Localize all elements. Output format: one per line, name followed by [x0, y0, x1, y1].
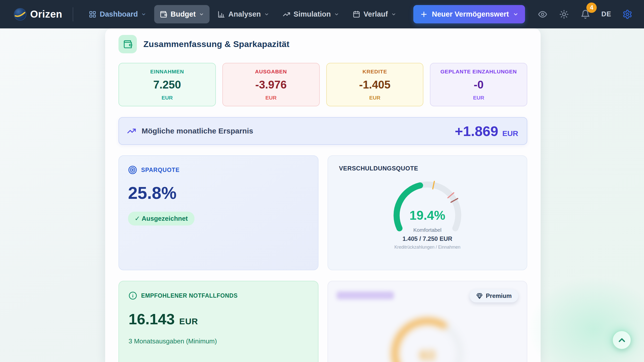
savings-banner-currency: EUR — [502, 129, 518, 138]
nav-label: Budget — [171, 10, 196, 18]
page-title: Zusammenfassung & Sparkapazität — [143, 39, 290, 49]
privacy-eye-button[interactable] — [537, 9, 548, 20]
wallet-icon-badge — [118, 35, 137, 53]
stat-value: -3.976 — [223, 78, 319, 91]
layout-grid-icon — [89, 11, 96, 18]
nav-item-budget[interactable]: Budget — [154, 5, 210, 23]
content-panel: Zusammenfassung & Sparkapazität EINNAHME… — [105, 28, 541, 362]
nav-item-simulation[interactable]: Simulation — [277, 5, 345, 23]
chevron-up-icon — [617, 335, 627, 345]
calendar-icon — [353, 11, 360, 18]
blurred-premium-gauge: 63 EUR — [337, 310, 518, 362]
stat-label: AUSGABEN — [223, 69, 319, 75]
stat-card-ausgaben: AUSGABEN -3.976 EUR — [222, 63, 320, 106]
nav-label: Verlauf — [364, 10, 388, 18]
nav-label: Simulation — [294, 10, 331, 18]
stat-currency: EUR — [327, 95, 423, 101]
row-bottom: EMPFOHLENER NOTFALLFONDS 16.143 EUR 3 Mo… — [118, 281, 527, 362]
trending-up-icon — [283, 11, 290, 18]
chevron-down-icon — [141, 12, 146, 17]
stat-value: 7.250 — [119, 78, 215, 91]
top-navbar: Orizen Dashboard — [0, 0, 644, 28]
scroll-to-top-button[interactable] — [612, 331, 631, 349]
brand-name: Orizen — [30, 9, 62, 20]
sun-icon — [559, 10, 569, 19]
row-quotes: SPARQUOTE 25.8% ✓ Ausgezeichnet VERSCHUL… — [118, 155, 527, 270]
brand[interactable]: Orizen — [14, 8, 62, 21]
blurred-card-title — [337, 291, 394, 299]
debt-gauge-caption: Kreditrückzahlungen / Einnahmen — [394, 245, 460, 250]
new-asset-button[interactable]: Neuer Vermögenswert — [413, 5, 525, 23]
notification-count-badge: 4 — [586, 3, 597, 13]
savings-banner-label: Mögliche monatliche Ersparnis — [142, 127, 253, 135]
chevron-down-icon — [391, 12, 396, 17]
nav-label: Analysen — [228, 10, 261, 18]
info-icon — [129, 291, 137, 300]
stat-currency: EUR — [119, 95, 215, 101]
wallet-icon — [160, 11, 167, 18]
debt-gauge-value: 19.4% — [409, 208, 445, 222]
section-header: Zusammenfassung & Sparkapazität — [118, 35, 527, 53]
stats-row: EINNAHMEN 7.250 EUR AUSGABEN -3.976 EUR … — [118, 63, 527, 106]
plus-icon — [420, 10, 428, 18]
chevron-down-icon — [264, 12, 269, 17]
verschuldungsquote-title: VERSCHULDUNGSQUOTE — [339, 165, 516, 172]
premium-locked-card: Premium 63 EUR — [328, 281, 528, 362]
notifications-button[interactable]: 4 — [580, 9, 591, 20]
chevron-down-icon — [334, 12, 339, 17]
savings-banner: Mögliche monatliche Ersparnis +1.869 EUR — [118, 117, 527, 145]
notfallfonds-title: EMPFOHLENER NOTFALLFONDS — [141, 292, 238, 299]
chevron-down-icon — [513, 12, 518, 17]
divider — [73, 7, 73, 21]
sparquote-label: SPARQUOTE — [141, 167, 180, 173]
orizen-logo-icon — [14, 8, 27, 21]
premium-badge[interactable]: Premium — [470, 289, 518, 302]
notfallfonds-currency: EUR — [179, 316, 198, 326]
stat-label: GEPLANTE EINZAHLUNGEN — [430, 69, 527, 75]
settings-button[interactable] — [621, 8, 633, 20]
stat-card-einnahmen: EINNAHMEN 7.250 EUR — [118, 63, 216, 106]
premium-badge-label: Premium — [486, 292, 512, 299]
eye-icon — [538, 10, 547, 19]
verschuldungsquote-card: VERSCHULDUNGSQUOTE 19.4% Komfortabel 1.4… — [328, 155, 528, 270]
cta-label: Neuer Vermögenswert — [432, 10, 509, 18]
stat-card-geplante-einzahlungen: GEPLANTE EINZAHLUNGEN -0 EUR — [430, 63, 527, 106]
savings-banner-value: +1.869 — [455, 123, 498, 139]
language-switcher[interactable]: DE — [601, 10, 611, 18]
status-badge: ✓ Ausgezeichnet — [128, 212, 194, 225]
debt-gauge-ratio: 1.405 / 7.250 EUR — [403, 235, 452, 242]
notfallfonds-card: EMPFOHLENER NOTFALLFONDS 16.143 EUR 3 Mo… — [118, 281, 318, 362]
debt-gauge: 19.4% Komfortabel 1.405 / 7.250 EUR Kred… — [339, 174, 516, 254]
notfallfonds-value: 16.143 — [129, 310, 175, 328]
stat-currency: EUR — [223, 95, 319, 101]
notfallfonds-subtitle: 3 Monatsausgaben (Minimum) — [129, 337, 308, 345]
stat-card-kredite: KREDITE -1.405 EUR — [326, 63, 424, 106]
debt-gauge-status: Komfortabel — [413, 227, 441, 233]
stat-currency: EUR — [430, 95, 527, 101]
sparquote-card: SPARQUOTE 25.8% ✓ Ausgezeichnet — [118, 155, 318, 270]
nav-item-analysen[interactable]: Analysen — [212, 5, 275, 23]
blurred-premium-value: 63 — [420, 347, 435, 362]
nav-item-verlauf[interactable]: Verlauf — [347, 5, 402, 23]
sparquote-value: 25.8% — [128, 183, 309, 203]
theme-toggle-button[interactable] — [558, 9, 570, 20]
gem-icon — [476, 293, 483, 299]
nav-label: Dashboard — [100, 10, 138, 18]
trending-up-icon — [127, 126, 136, 135]
main-nav: Dashboard Budget — [83, 5, 401, 23]
stat-label: KREDITE — [327, 69, 423, 75]
nav-item-dashboard[interactable]: Dashboard — [83, 5, 151, 23]
stat-value: -0 — [430, 78, 527, 91]
bar-chart-icon — [218, 11, 225, 18]
stat-label: EINNAHMEN — [119, 69, 215, 75]
gear-icon — [622, 9, 632, 19]
target-icon — [128, 165, 137, 174]
stat-value: -1.405 — [327, 78, 423, 91]
chevron-down-icon — [199, 12, 204, 17]
